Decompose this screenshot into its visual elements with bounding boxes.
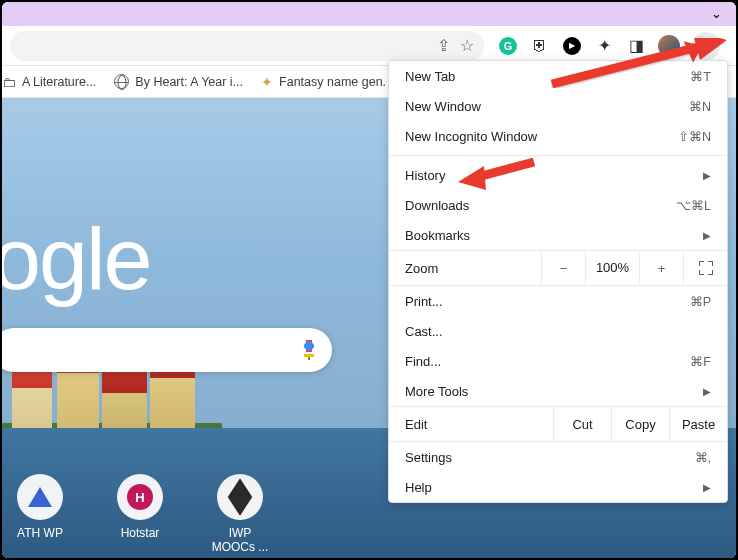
- zoom-value: 100%: [585, 250, 639, 286]
- menu-label: Downloads: [405, 198, 469, 213]
- chevron-right-icon: ▶: [703, 482, 711, 493]
- chevron-right-icon: ▶: [703, 170, 711, 181]
- menu-edit: Edit Cut Copy Paste: [389, 406, 727, 442]
- edit-paste-button[interactable]: Paste: [669, 406, 727, 442]
- share-icon[interactable]: ⇪: [437, 36, 450, 55]
- menu-label: Find...: [405, 354, 441, 369]
- zoom-label: Zoom: [405, 261, 541, 276]
- bookmark-label: A Literature...: [22, 75, 96, 89]
- extensions-tray: G ⛨ ▶ ✦ ◨ ⋮: [484, 32, 728, 60]
- shortcut-item[interactable]: H Hotstar: [110, 474, 170, 554]
- avatar[interactable]: [658, 35, 680, 57]
- bookmark-label: By Heart: A Year i...: [135, 75, 243, 89]
- omnibox[interactable]: ⇪ ☆: [10, 31, 484, 61]
- shortcut-text: ⇧⌘N: [678, 129, 711, 144]
- globe-icon: [114, 74, 129, 89]
- star-icon: ✦: [261, 74, 273, 90]
- shortcut-text: ⌘F: [690, 354, 711, 369]
- menu-find[interactable]: Find... ⌘F: [389, 346, 727, 376]
- grammarly-icon[interactable]: G: [498, 36, 518, 56]
- bookmark-star-icon[interactable]: ☆: [460, 36, 474, 55]
- triangle-icon: [28, 487, 52, 507]
- sidepanel-icon[interactable]: ◨: [626, 36, 646, 56]
- play-icon[interactable]: ▶: [562, 36, 582, 56]
- edit-cut-button[interactable]: Cut: [553, 406, 611, 442]
- menu-help[interactable]: Help ▶: [389, 472, 727, 502]
- menu-more-tools[interactable]: More Tools ▶: [389, 376, 727, 406]
- menu-bookmarks[interactable]: Bookmarks ▶: [389, 220, 727, 250]
- edit-copy-button[interactable]: Copy: [611, 406, 669, 442]
- chevron-right-icon: ▶: [703, 230, 711, 241]
- shortcut-text: ⌘N: [689, 99, 711, 114]
- shortcut-item[interactable]: IWP MOOCs ...: [210, 474, 270, 554]
- fullscreen-button[interactable]: [683, 250, 727, 286]
- search-input[interactable]: [2, 328, 332, 372]
- menu-new-incognito[interactable]: New Incognito Window ⇧⌘N: [389, 121, 727, 151]
- shortcut-text: ⌘T: [690, 69, 711, 84]
- bookmark-item[interactable]: By Heart: A Year i...: [114, 74, 243, 89]
- shortcut-text: ⌘P: [690, 294, 711, 309]
- shortcut-row: ATH WP H Hotstar IWP MOOCs ...: [2, 474, 270, 554]
- bookmark-label: Fantasy name gen.: [279, 75, 386, 89]
- menu-label: More Tools: [405, 384, 468, 399]
- kebab-menu-icon[interactable]: ⋮: [692, 32, 720, 60]
- chevron-right-icon: ▶: [703, 386, 711, 397]
- menu-new-window[interactable]: New Window ⌘N: [389, 91, 727, 121]
- puzzle-icon[interactable]: ✦: [594, 36, 614, 56]
- menu-zoom: Zoom − 100% +: [389, 250, 727, 286]
- menu-cast[interactable]: Cast...: [389, 316, 727, 346]
- bookmark-item[interactable]: ✦ Fantasy name gen.: [261, 74, 386, 90]
- menu-new-tab[interactable]: New Tab ⌘T: [389, 61, 727, 91]
- zoom-in-button[interactable]: +: [639, 250, 683, 286]
- shortcut-label: ATH WP: [17, 526, 63, 540]
- menu-label: New Window: [405, 99, 481, 114]
- edit-label: Edit: [405, 417, 553, 432]
- menu-label: Settings: [405, 450, 452, 465]
- google-logo: ogle: [2, 208, 150, 310]
- menu-print[interactable]: Print... ⌘P: [389, 286, 727, 316]
- mic-icon[interactable]: [302, 340, 316, 360]
- zoom-out-button[interactable]: −: [541, 250, 585, 286]
- folder-icon: 🗀: [2, 74, 16, 90]
- shortcut-text: ⌥⌘L: [676, 198, 711, 213]
- window-tabstrip: ⌄: [2, 2, 736, 26]
- menu-label: Cast...: [405, 324, 443, 339]
- menu-downloads[interactable]: Downloads ⌥⌘L: [389, 190, 727, 220]
- fullscreen-icon: [699, 261, 713, 275]
- shield-icon[interactable]: ⛨: [530, 36, 550, 56]
- hotstar-icon: H: [127, 484, 153, 510]
- menu-label: Print...: [405, 294, 443, 309]
- menu-separator: [389, 155, 727, 156]
- shortcut-item[interactable]: ATH WP: [10, 474, 70, 554]
- shortcut-label: Hotstar: [121, 526, 160, 540]
- menu-settings[interactable]: Settings ⌘,: [389, 442, 727, 472]
- bookmark-item[interactable]: 🗀 A Literature...: [2, 74, 96, 90]
- menu-label: History: [405, 168, 445, 183]
- menu-label: New Incognito Window: [405, 129, 537, 144]
- shortcut-text: ⌘,: [695, 450, 711, 465]
- menu-label: New Tab: [405, 69, 455, 84]
- chrome-menu: New Tab ⌘T New Window ⌘N New Incognito W…: [388, 60, 728, 503]
- chevron-down-icon[interactable]: ⌄: [711, 6, 722, 21]
- cube-icon: [228, 478, 252, 516]
- menu-history[interactable]: History ▶: [389, 160, 727, 190]
- shortcut-label: IWP MOOCs ...: [210, 526, 270, 554]
- menu-label: Bookmarks: [405, 228, 470, 243]
- menu-label: Help: [405, 480, 432, 495]
